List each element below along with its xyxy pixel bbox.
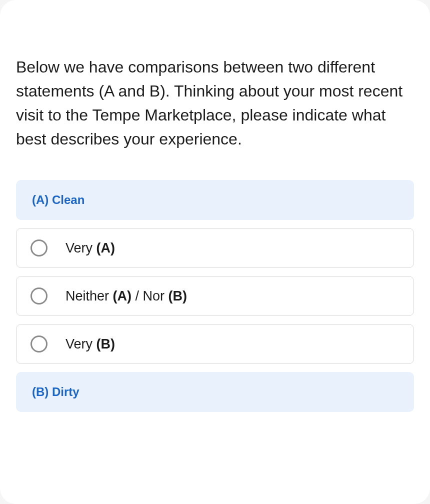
option-very-b[interactable]: Very (B) xyxy=(16,324,414,364)
radio-icon xyxy=(30,336,48,352)
survey-card: Below we have comparisons between two di… xyxy=(0,0,430,504)
label-a-bar: (A) Clean xyxy=(16,180,414,220)
option-very-a[interactable]: Very (A) xyxy=(16,228,414,268)
option-label: Neither (A) / Nor (B) xyxy=(66,288,187,304)
radio-icon xyxy=(30,240,48,256)
option-label: Very (A) xyxy=(66,240,115,256)
question-text: Below we have comparisons between two di… xyxy=(16,55,414,151)
label-b-bar: (B) Dirty xyxy=(16,372,414,412)
option-label: Very (B) xyxy=(66,336,115,352)
option-neither[interactable]: Neither (A) / Nor (B) xyxy=(16,276,414,316)
radio-icon xyxy=(30,288,48,304)
